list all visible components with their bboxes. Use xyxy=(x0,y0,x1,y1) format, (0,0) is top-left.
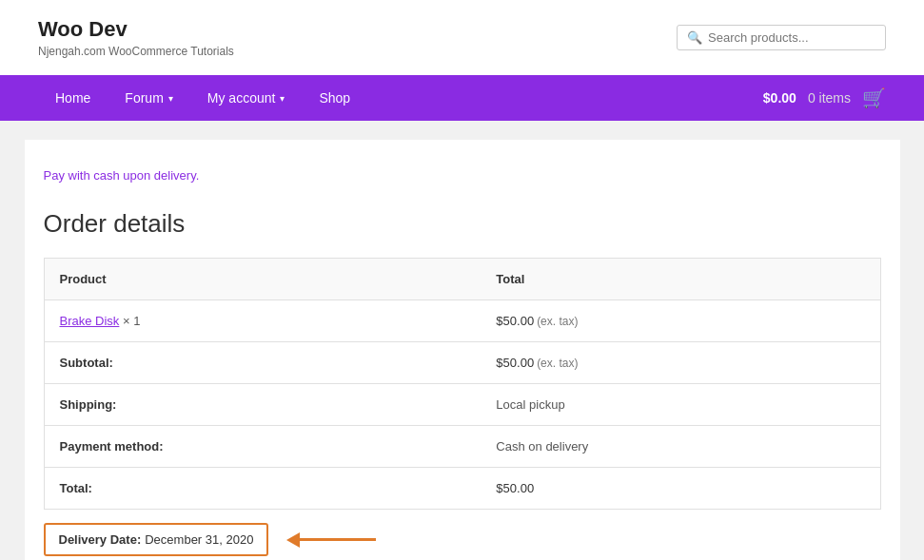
delivery-date-box: Delivery Date: December 31, 2020 xyxy=(44,523,269,556)
delivery-date-label: Delivery Date: xyxy=(59,532,142,547)
payment-value: Cash on delivery xyxy=(481,426,880,468)
table-row-shipping: Shipping: Local pickup xyxy=(44,384,880,426)
shipping-label: Shipping: xyxy=(44,384,481,426)
cart-count: 0 items xyxy=(808,90,851,106)
table-row-product: Brake Disk × 1 $50.00(ex. tax) xyxy=(44,300,880,342)
order-details-title: Order details xyxy=(44,209,881,239)
col-product: Product xyxy=(44,259,481,300)
nav-item-home[interactable]: Home xyxy=(38,75,108,121)
site-title: Woo Dev xyxy=(38,17,234,42)
main-content: Pay with cash upon delivery. Order detai… xyxy=(25,140,900,560)
site-branding: Woo Dev Njengah.com WooCommerce Tutorial… xyxy=(38,17,234,58)
chevron-down-icon: ▾ xyxy=(280,93,285,104)
pay-notice-prefix: Pay with xyxy=(44,168,94,183)
product-link[interactable]: Brake Disk xyxy=(60,314,120,328)
pay-notice: Pay with cash upon delivery. xyxy=(44,159,881,192)
payment-label: Payment method: xyxy=(44,426,481,468)
cart-icon[interactable]: 🛒 xyxy=(862,87,886,109)
delivery-date-row: Delivery Date: December 31, 2020 xyxy=(44,523,881,556)
search-form[interactable]: 🔍 xyxy=(677,25,886,50)
shipping-value: Local pickup xyxy=(481,384,880,426)
pay-notice-link[interactable]: cash upon delivery xyxy=(93,168,195,183)
arrow-indicator xyxy=(287,532,376,548)
subtotal-value: $50.00(ex. tax) xyxy=(481,342,880,384)
subtotal-label: Subtotal: xyxy=(44,342,481,384)
delivery-date-value: December 31, 2020 xyxy=(145,532,253,547)
nav-item-forum[interactable]: Forum ▾ xyxy=(108,75,189,121)
table-row-total: Total: $50.00 xyxy=(44,468,880,510)
total-value: $50.00 xyxy=(481,468,880,510)
table-row-payment: Payment method: Cash on delivery xyxy=(44,426,880,468)
site-nav: Home Forum ▾ My account ▾ Shop $0.00 0 i… xyxy=(0,75,924,121)
site-tagline: Njengah.com WooCommerce Tutorials xyxy=(38,45,234,58)
arrow-head-icon xyxy=(286,532,300,548)
arrow-line xyxy=(300,538,376,541)
nav-item-my-account[interactable]: My account ▾ xyxy=(190,75,303,121)
chevron-down-icon: ▾ xyxy=(168,93,173,104)
nav-cart: $0.00 0 items 🛒 xyxy=(763,87,886,109)
product-total: $50.00(ex. tax) xyxy=(481,300,880,342)
nav-item-shop[interactable]: Shop xyxy=(302,75,367,121)
col-total: Total xyxy=(481,259,880,300)
order-table: Product Total Brake Disk × 1 $50.00(ex. … xyxy=(44,258,881,510)
search-icon: 🔍 xyxy=(687,30,702,45)
total-label: Total: xyxy=(44,468,481,510)
cart-amount: $0.00 xyxy=(763,90,796,106)
product-qty: × 1 xyxy=(123,314,140,328)
table-row-subtotal: Subtotal: $50.00(ex. tax) xyxy=(44,342,880,384)
site-header: Woo Dev Njengah.com WooCommerce Tutorial… xyxy=(0,0,924,75)
pay-notice-suffix: . xyxy=(196,168,200,183)
search-input[interactable] xyxy=(708,30,875,45)
nav-left: Home Forum ▾ My account ▾ Shop xyxy=(38,75,367,121)
